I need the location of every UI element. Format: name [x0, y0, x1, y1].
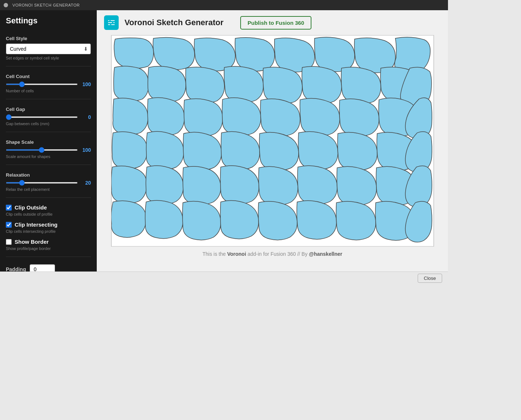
clip-intersecting-section: Clip Intersecting Clip cells intersectin… — [6, 219, 91, 236]
window-button[interactable] — [4, 3, 8, 7]
padding-section: Padding Padding around border(inches) — [6, 261, 91, 271]
cell-style-hint: Set edges or symbol cell style — [6, 56, 91, 60]
padding-input[interactable] — [30, 264, 55, 271]
cell-gap-value: 0 — [81, 114, 91, 120]
relaxation-value: 20 — [81, 180, 91, 186]
clip-outside-label: Clip Outside — [15, 204, 47, 211]
footer-text2: add-in for Fusion 360 // By — [246, 251, 309, 257]
padding-row: Padding — [6, 264, 91, 271]
cell-count-slider[interactable] — [6, 84, 78, 85]
app-body: Settings Cell Style Curved Straight Roun… — [0, 10, 448, 271]
clip-outside-checkbox[interactable] — [6, 205, 12, 211]
svg-rect-1 — [108, 22, 115, 23]
cell-count-section: Cell Count 100 Number of cells — [6, 70, 91, 95]
clip-outside-hint: Clip cells outside of profile — [6, 212, 91, 216]
title-bar-text: VORONOI SKETCH GENERATOR — [12, 3, 80, 7]
cell-gap-hint: Gap between cells (mm) — [6, 122, 91, 126]
shape-scale-label: Shape Scale — [6, 139, 91, 145]
padding-label: Padding — [6, 266, 26, 271]
clip-outside-section: Clip Outside Clip cells outside of profi… — [6, 201, 91, 219]
app-title: Voronoi Sketch Generator — [124, 18, 223, 27]
relaxation-label: Relaxation — [6, 172, 91, 178]
relaxation-slider-row: 20 — [6, 180, 91, 186]
svg-point-3 — [110, 20, 111, 22]
top-bar: Voronoi Sketch Generator Publish to Fusi… — [97, 10, 448, 35]
cell-count-slider-row: 100 — [6, 81, 91, 87]
cell-gap-slider[interactable] — [6, 116, 78, 118]
svg-rect-0 — [108, 20, 115, 21]
publish-button[interactable]: Publish to Fusion 360 — [240, 16, 311, 30]
show-border-row: Show Border — [6, 239, 91, 245]
show-border-hint: Show profile/page border — [6, 246, 91, 251]
cell-gap-section: Cell Gap 0 Gap between cells (mm) — [6, 103, 91, 128]
footer-bold: Voronoi — [227, 251, 246, 257]
bottom-bar: Close — [0, 271, 448, 285]
cell-style-label: Cell Style — [6, 36, 91, 41]
show-border-label: Show Border — [15, 239, 49, 245]
footer-author: @hanskellner — [309, 251, 342, 257]
show-border-section: Show Border Show profile/page border — [6, 236, 91, 253]
settings-heading: Settings — [6, 16, 91, 26]
app-icon — [104, 15, 119, 30]
cell-count-hint: Number of cells — [6, 89, 91, 93]
footer-text1: This is the — [203, 251, 227, 257]
shape-scale-slider-row: 100 — [6, 147, 91, 153]
main-content: Voronoi Sketch Generator Publish to Fusi… — [97, 10, 448, 271]
sliders-icon — [107, 19, 115, 27]
cell-count-label: Cell Count — [6, 74, 91, 79]
cell-style-wrapper: Curved Straight Round Symbol ⬇ — [6, 43, 91, 54]
relaxation-hint: Relax the cell placement — [6, 187, 91, 192]
clip-outside-row: Clip Outside — [6, 204, 91, 211]
clip-intersecting-hint: Clip cells intersecting profile — [6, 229, 91, 234]
show-border-checkbox[interactable] — [6, 239, 12, 245]
cell-style-section: Cell Style Curved Straight Round Symbol … — [6, 32, 91, 62]
svg-point-4 — [112, 22, 114, 23]
title-bar: VORONOI SKETCH GENERATOR — [0, 0, 448, 10]
shape-scale-hint: Scale amount for shapes — [6, 154, 91, 159]
cell-style-select[interactable]: Curved Straight Round Symbol — [6, 43, 91, 54]
relaxation-section: Relaxation 20 Relax the cell placement — [6, 169, 91, 194]
cell-count-value: 100 — [81, 81, 91, 87]
cell-gap-label: Cell Gap — [6, 107, 91, 112]
shape-scale-slider[interactable] — [6, 149, 78, 151]
canvas-area: This is the Voronoi add-in for Fusion 36… — [97, 35, 448, 271]
relaxation-slider[interactable] — [6, 182, 78, 184]
sidebar: Settings Cell Style Curved Straight Roun… — [0, 10, 97, 271]
svg-point-5 — [110, 24, 111, 26]
close-button[interactable]: Close — [418, 274, 442, 283]
voronoi-canvas — [111, 35, 434, 247]
cell-gap-slider-row: 0 — [6, 114, 91, 120]
clip-intersecting-checkbox[interactable] — [6, 222, 12, 228]
clip-intersecting-label: Clip Intersecting — [15, 221, 58, 228]
shape-scale-section: Shape Scale 100 Scale amount for shapes — [6, 136, 91, 161]
clip-intersecting-row: Clip Intersecting — [6, 221, 91, 228]
footer-text: This is the Voronoi add-in for Fusion 36… — [203, 251, 342, 257]
shape-scale-value: 100 — [81, 147, 91, 153]
